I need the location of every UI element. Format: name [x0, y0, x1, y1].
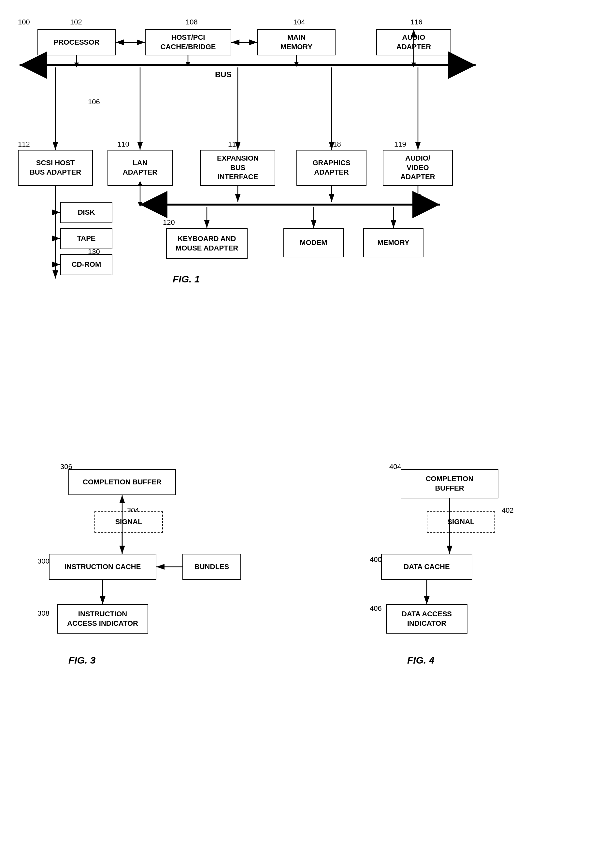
label-120: 120: [163, 218, 175, 227]
label-406: 406: [370, 604, 382, 613]
label-300: 300: [38, 557, 50, 565]
fig4-completion-buffer-box: COMPLETION BUFFER: [401, 469, 499, 498]
fig3-instruction-cache-box: INSTRUCTION CACHE: [49, 554, 156, 580]
audio-video-box: AUDIO/ VIDEO ADAPTER: [383, 150, 453, 186]
fig3-bundles-box: BUNDLES: [183, 554, 241, 580]
label-112: 112: [18, 140, 30, 148]
tape-box: TAPE: [60, 228, 113, 249]
fig4-label: FIG. 4: [407, 655, 434, 666]
diagram-container: 100 102 108 104 116 PROCESSOR HOST/PCI C…: [0, 0, 616, 859]
fig3-instruction-access-box: INSTRUCTION ACCESS INDICATOR: [57, 604, 148, 634]
label-114: 114: [228, 140, 240, 148]
main-memory-box: MAIN MEMORY: [257, 29, 336, 55]
fig4-data-cache-box: DATA CACHE: [381, 554, 472, 580]
lan-adapter-box: LAN ADAPTER: [108, 150, 173, 186]
label-100: 100: [18, 18, 30, 27]
expansion-bus-box: EXPANSION BUS INTERFACE: [200, 150, 275, 186]
label-404: 404: [389, 462, 401, 471]
svg-marker-24: [138, 202, 142, 207]
label-108: 108: [186, 18, 198, 27]
bus-label: BUS: [215, 70, 231, 79]
fig1-label: FIG. 1: [173, 273, 200, 285]
keyboard-mouse-box: KEYBOARD AND MOUSE ADAPTER: [166, 228, 247, 259]
label-102: 102: [70, 18, 82, 27]
label-106: 106: [88, 98, 100, 106]
fig4-data-access-box: DATA ACCESS INDICATOR: [386, 604, 467, 634]
label-119: 119: [394, 140, 406, 148]
label-400: 400: [370, 555, 382, 564]
modem-box: MODEM: [283, 228, 344, 257]
fig3-completion-buffer-box: COMPLETION BUFFER: [69, 469, 176, 495]
svg-marker-13: [411, 62, 416, 67]
processor-box: PROCESSOR: [38, 29, 116, 55]
audio-adapter-box: AUDIO ADAPTER: [376, 29, 451, 55]
svg-marker-15: [74, 62, 79, 67]
disk-box: DISK: [60, 202, 113, 223]
scsi-host-box: SCSI HOST BUS ADAPTER: [18, 150, 93, 186]
graphics-adapter-box: GRAPHICS ADAPTER: [296, 150, 366, 186]
label-110: 110: [117, 140, 129, 148]
label-402: 402: [502, 506, 514, 515]
fig3-label: FIG. 3: [69, 655, 95, 666]
arrows-svg: [0, 0, 616, 859]
label-116: 116: [410, 18, 422, 27]
host-pci-box: HOST/PCI CACHE/BRIDGE: [145, 29, 231, 55]
label-104: 104: [293, 18, 305, 27]
label-308: 308: [38, 609, 50, 618]
svg-marker-9: [186, 62, 190, 67]
memory-box: MEMORY: [363, 228, 424, 257]
svg-marker-11: [294, 62, 299, 67]
fig3-signal-box: SIGNAL: [94, 511, 163, 533]
cdrom-box: CD-ROM: [60, 254, 113, 275]
label-118: 118: [329, 140, 341, 148]
fig4-signal-box: SIGNAL: [427, 511, 495, 533]
